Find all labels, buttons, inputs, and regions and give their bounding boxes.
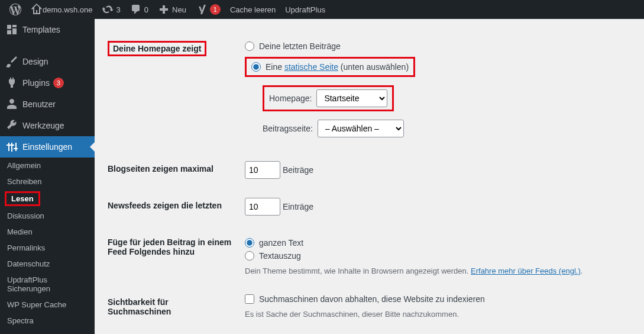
submenu-reading[interactable]: Lesen <box>5 191 40 206</box>
yoast-link[interactable]: 1 <box>191 0 225 19</box>
menu-tools[interactable]: Werkzeuge <box>0 115 95 136</box>
radio-fulltext-label: ganzen Text <box>259 238 303 248</box>
submenu-writing[interactable]: Schreiben <box>0 174 95 190</box>
submenu-discussion[interactable]: Diskussion <box>0 208 95 224</box>
submenu-media[interactable]: Medien <box>0 224 95 240</box>
comment-icon <box>130 4 142 15</box>
submenu-privacy[interactable]: Datenschutz <box>0 256 95 272</box>
plugin-count-badge: 3 <box>53 78 64 88</box>
admin-toolbar: demo.wsh.one 3 0 Neu 1 Cache leeren Updr… <box>0 0 644 19</box>
home-icon <box>31 4 43 15</box>
sliders-icon <box>6 141 18 153</box>
submenu-spectra[interactable]: Spectra <box>0 313 95 329</box>
settings-reading-form: Deine Homepage zeigt Deine letzten Beitr… <box>95 19 644 334</box>
wrench-icon <box>6 120 18 131</box>
radio-static-page[interactable] <box>251 62 261 72</box>
radio-fulltext[interactable] <box>245 238 254 248</box>
submenu-wpsc[interactable]: WP Super Cache <box>0 297 95 313</box>
layout-icon <box>6 24 18 36</box>
blog-unit: Beiträge <box>283 165 313 175</box>
seo-visibility-label: Sichtbarkeit für Suchmaschinen <box>108 285 238 328</box>
comments-link[interactable]: 0 <box>125 0 153 19</box>
updraft-link[interactable]: UpdraftPlus <box>280 0 330 19</box>
menu-plugins[interactable]: Plugins3 <box>0 72 95 94</box>
site-link[interactable]: demo.wsh.one <box>26 0 98 19</box>
checkbox-discourage-seo[interactable] <box>245 294 254 304</box>
yoast-badge: 1 <box>210 4 221 15</box>
blog-max-input[interactable] <box>245 161 280 179</box>
feed-count-input[interactable] <box>245 198 280 216</box>
static-page-link[interactable]: statische Seite <box>284 62 338 72</box>
feeds-learn-more-link[interactable]: Erfahre mehr über Feeds (engl.) <box>471 266 581 275</box>
user-icon <box>6 98 18 110</box>
postspage-select-label: Beitragsseite: <box>263 124 313 133</box>
submenu-updraft[interactable]: UpdraftPlus Sicherungen <box>0 272 95 297</box>
site-name: demo.wsh.one <box>43 5 93 14</box>
menu-settings[interactable]: Einstellungen <box>0 136 95 158</box>
feedtype-label: Füge für jeden Beitrag in einem Feed Fol… <box>108 226 238 284</box>
yoast-icon <box>196 4 208 15</box>
radio-static-label: Eine statische Seite (unten auswählen) <box>266 62 409 72</box>
admin-sidebar: Templates Design Plugins3 Benutzer Werkz… <box>0 19 95 334</box>
radio-excerpt-label: Textauszug <box>259 251 301 261</box>
submenu-general[interactable]: Allgemein <box>0 158 95 174</box>
feedtype-description: Dein Theme bestimmt, wie Inhalte in Brow… <box>245 266 625 275</box>
updates-link[interactable]: 3 <box>98 0 125 19</box>
brush-icon <box>6 56 18 68</box>
homepage-select-label: Homepage: <box>269 94 312 103</box>
menu-templates[interactable]: Templates <box>0 19 95 40</box>
menu-design[interactable]: Design <box>0 51 95 72</box>
homepage-select[interactable]: Startseite <box>316 89 387 107</box>
new-link[interactable]: Neu <box>153 0 191 19</box>
menu-users[interactable]: Benutzer <box>0 94 95 115</box>
checkbox-discourage-label: Suchmaschinen davon abhalten, diese Webs… <box>259 294 485 304</box>
new-label: Neu <box>172 5 186 14</box>
radio-latest-label: Deine letzten Beiträge <box>259 41 341 51</box>
postspage-select[interactable]: – Auswählen – <box>318 120 404 137</box>
feed-count-label: Newsfeeds zeigen die letzten <box>108 189 238 224</box>
radio-latest-posts[interactable] <box>245 41 254 51</box>
plug-icon <box>6 77 18 89</box>
seo-description: Es ist Sache der Suchmaschinen, dieser B… <box>245 310 625 319</box>
cache-link[interactable]: Cache leeren <box>225 0 280 19</box>
feed-unit: Einträge <box>283 202 313 211</box>
comments-count: 0 <box>144 5 148 14</box>
blog-max-label: Blogseiten zeigen maximal <box>108 152 238 188</box>
plus-icon <box>158 4 170 15</box>
wp-logo-icon[interactable] <box>5 0 26 19</box>
update-icon <box>102 4 114 15</box>
homepage-displays-label: Deine Homepage zeigt <box>108 41 206 56</box>
radio-excerpt[interactable] <box>245 251 254 261</box>
submenu-permalinks[interactable]: Permalinks <box>0 240 95 256</box>
updates-count: 3 <box>116 5 121 14</box>
